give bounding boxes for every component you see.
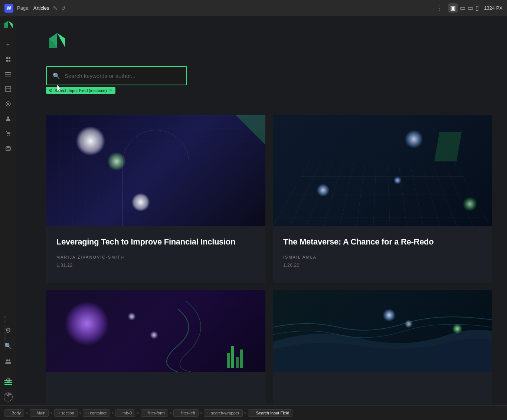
canvas-area: 🔍 Search keywords or author... ⊙ Search … <box>16 16 507 405</box>
site-preview: 🔍 Search keywords or author... ⊙ Search … <box>16 16 507 405</box>
mb0-icon: □ <box>119 411 121 415</box>
search-tooltip: ⊙ Search Input Field (instance) ✎ <box>46 87 115 94</box>
tablet-portrait-icon[interactable]: ▭ <box>468 4 473 12</box>
search-icon: 🔍 <box>53 72 60 79</box>
components-icon[interactable] <box>1 97 15 111</box>
breadcrumb-sep-2: > <box>50 411 52 415</box>
add-panel-icon[interactable]: + <box>1 38 15 51</box>
svg-point-20 <box>8 360 10 361</box>
green-bars-icon <box>4 380 12 385</box>
svg-rect-7 <box>5 72 11 73</box>
page-label: Page: <box>17 5 30 11</box>
filter-left-icon: □ <box>177 411 179 415</box>
site-logo-icon <box>46 31 68 53</box>
site-logo <box>46 31 492 55</box>
breadcrumb-body[interactable]: □ Body <box>4 409 24 417</box>
mobile-icon[interactable]: ▯ <box>475 4 479 12</box>
article-date-1: 1.31.22 <box>56 262 255 268</box>
svg-point-17 <box>6 146 10 148</box>
breadcrumb-section[interactable]: □ section <box>54 409 78 417</box>
breadcrumb-search-input-field[interactable]: ◠ Search Input Field <box>248 409 292 417</box>
logo-area <box>2 20 14 33</box>
breadcrumb-container[interactable]: □ container <box>83 409 110 417</box>
article-date-2: 1.26.22 <box>283 262 482 268</box>
breadcrumb-sep-8: > <box>244 411 246 415</box>
article-info-4 <box>273 372 492 404</box>
article-title-1: Leveraging Tech to Improve Financial Inc… <box>56 237 255 247</box>
body-icon: □ <box>8 411 10 415</box>
article-card-4[interactable] <box>273 290 492 404</box>
svg-rect-9 <box>5 76 11 76</box>
svg-rect-8 <box>5 74 11 75</box>
article-title-2: The Metaverse: A Chance for a Re-Redo <box>283 237 482 247</box>
breadcrumb-sep-3: > <box>79 411 81 415</box>
breadcrumb-filter-form-label: filter-form <box>148 411 165 415</box>
svg-rect-4 <box>9 57 10 59</box>
svg-point-19 <box>6 360 8 361</box>
desktop-viewport-icon[interactable]: ▣ <box>448 3 458 13</box>
users-icon[interactable] <box>1 112 15 125</box>
breadcrumb-search-input-label: Search Input Field <box>256 411 289 415</box>
svg-marker-0 <box>8 21 13 28</box>
search-input-field-icon: ◠ <box>251 411 255 415</box>
article-author-2: ISMAIL AMLA <box>283 255 482 259</box>
help-icon[interactable]: ? <box>4 393 13 401</box>
page-icon[interactable]: ✎ <box>53 5 58 11</box>
main-layout: + ⚙ POWERED BY NCR <box>0 16 507 405</box>
cursor-indicator <box>57 85 63 93</box>
px-label: 1324 PX <box>484 5 503 11</box>
article-info-1: Leveraging Tech to Improve Financial Inc… <box>46 226 265 283</box>
article-author-1: MARIJA ZIVANOVIC-SMITH <box>56 255 255 259</box>
breadcrumb-sep-4: > <box>112 411 114 415</box>
ecommerce-icon[interactable] <box>1 127 15 140</box>
article-card[interactable]: Leveraging Tech to Improve Financial Inc… <box>46 115 265 283</box>
section-icon: □ <box>58 411 60 415</box>
more-options-icon[interactable]: ⋮ <box>436 4 443 12</box>
webflow-logo[interactable]: W <box>4 4 13 13</box>
breadcrumb-sep-7: > <box>200 411 202 415</box>
breadcrumb-filter-left[interactable]: □ filter-left <box>173 409 198 417</box>
svg-point-15 <box>7 135 8 136</box>
search-container: 🔍 Search keywords or author... ⊙ Search … <box>46 66 187 85</box>
breadcrumb-section-label: section <box>61 411 74 415</box>
history-icon[interactable]: ↺ <box>61 5 66 11</box>
breadcrumb-mb0[interactable]: □ mb-0 <box>115 409 135 417</box>
svg-rect-3 <box>6 57 8 59</box>
top-bar-right: ⋮ ▣ ▭ ▭ ▯ 1324 PX <box>436 3 503 13</box>
breadcrumb-main[interactable]: □ Main <box>30 409 49 417</box>
svg-point-16 <box>9 135 10 136</box>
breadcrumb-search-wrapper[interactable]: □ search-wrapper <box>204 409 242 417</box>
articles-grid: Leveraging Tech to Improve Financial Inc… <box>46 115 492 404</box>
breadcrumb-container-label: container <box>90 411 107 415</box>
navigator-icon[interactable] <box>1 68 15 81</box>
svg-marker-21 <box>57 33 65 48</box>
left-sidebar: + ⚙ POWERED BY NCR <box>0 16 16 405</box>
svg-rect-5 <box>6 60 8 62</box>
breadcrumb-filter-form[interactable]: □ filter-form <box>141 409 169 417</box>
breadcrumb-search-wrapper-label: search-wrapper <box>211 411 239 415</box>
filter-form-icon: □ <box>144 411 146 415</box>
article-card-2[interactable]: The Metaverse: A Chance for a Re-Redo IS… <box>273 115 492 283</box>
article-image-1 <box>46 115 265 226</box>
tooltip-component-icon: ⊙ <box>49 88 52 93</box>
breadcrumb-body-label: Body <box>12 411 21 415</box>
svg-point-12 <box>6 102 10 106</box>
map-icon[interactable] <box>1 324 15 337</box>
tablet-landscape-icon[interactable]: ▭ <box>460 4 465 12</box>
users-sidebar-icon[interactable] <box>1 355 15 368</box>
article-card-3[interactable] <box>46 290 265 404</box>
article-info-2: The Metaverse: A Chance for a Re-Redo IS… <box>273 226 492 283</box>
top-bar-left: W Page: Articles ✎ ↺ <box>4 4 66 13</box>
tooltip-edit-icon[interactable]: ✎ <box>109 88 112 93</box>
pages-icon[interactable] <box>1 53 15 66</box>
logo-icon <box>2 20 14 32</box>
cms-icon[interactable] <box>1 142 15 155</box>
article-info-3 <box>46 372 265 404</box>
search-box[interactable]: 🔍 Search keywords or author... <box>46 66 187 85</box>
assets-icon[interactable] <box>1 82 15 96</box>
viewport-icons: ▣ ▭ ▭ ▯ <box>448 3 479 13</box>
top-bar: W Page: Articles ✎ ↺ ⋮ ▣ ▭ ▭ ▯ 1324 PX <box>0 0 507 16</box>
search-sidebar-icon[interactable]: 🔍 <box>1 339 15 352</box>
article-image-3 <box>46 290 265 372</box>
breadcrumb-mb0-label: mb-0 <box>122 411 132 415</box>
